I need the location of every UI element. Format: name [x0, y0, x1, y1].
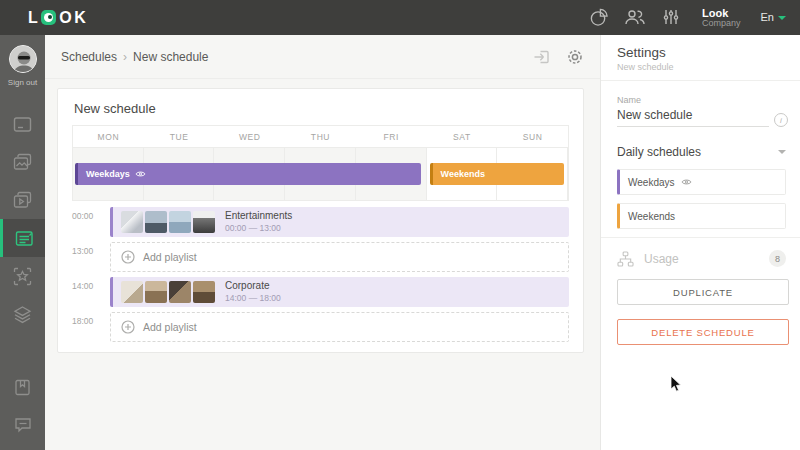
time-label: 00:00 [72, 207, 110, 237]
playlist-time-range: 14:00 — 18:00 [225, 293, 281, 304]
daily-schedule-weekends[interactable]: Weekends [617, 203, 786, 229]
usage-section[interactable]: Usage 8 [601, 238, 800, 271]
settings-subtitle: New schedule [617, 62, 784, 72]
duplicate-button[interactable]: DUPLICATE [617, 279, 789, 305]
sidebar-item-playlists[interactable] [0, 181, 45, 219]
weekdays-bar-label: Weekdays [86, 169, 130, 179]
playlist-corporate[interactable]: Corporate 14:00 — 18:00 [110, 277, 569, 307]
knowledge-base-icon[interactable] [0, 368, 45, 406]
logo-letter: O [59, 9, 72, 27]
plus-circle-icon [121, 320, 135, 334]
breadcrumb-current: New schedule [133, 50, 208, 64]
sign-out-label[interactable]: Sign out [8, 78, 37, 87]
gear-icon[interactable] [566, 48, 584, 66]
export-schedule-icon[interactable] [533, 48, 551, 66]
time-label: 13:00 [72, 242, 110, 272]
add-playlist-button[interactable]: Add playlist [110, 242, 569, 272]
weekends-bar[interactable]: Weekends [430, 163, 564, 185]
playlist-thumbnails [121, 281, 215, 303]
name-field-label: Name [617, 95, 786, 105]
week-day-header: MON TUE WED THU FRI SAT SUN [73, 126, 568, 148]
playlist-time-range: 00:00 — 13:00 [225, 223, 292, 234]
add-playlist-label: Add playlist [143, 251, 197, 263]
timeline-row: 18:00 Add playlist [72, 312, 569, 342]
schedule-title: New schedule [74, 101, 569, 116]
sitemap-icon [617, 251, 634, 267]
week-view: MON TUE WED THU FRI SAT SUN Weekdays [72, 125, 569, 201]
day-label: SAT [427, 126, 498, 147]
top-bar: L O K Look Company [0, 0, 800, 35]
support-chat-icon[interactable] [0, 406, 45, 444]
timeline: 00:00 Entertainments 00:00 — 13:00 13:00 [72, 207, 569, 342]
analytics-pie-icon[interactable] [589, 8, 608, 27]
sidebar-item-schedules[interactable] [0, 219, 45, 257]
weekends-bar-label: Weekends [441, 169, 485, 179]
name-field-group: Name i [601, 81, 800, 127]
playlist-name: Entertainments [225, 210, 292, 223]
add-playlist-label: Add playlist [143, 321, 197, 333]
account-type: Company [702, 19, 741, 29]
sidebar-item-layers[interactable] [0, 295, 45, 333]
day-label: WED [214, 126, 285, 147]
day-label: THU [285, 126, 356, 147]
day-label: TUE [144, 126, 215, 147]
info-icon[interactable]: i [774, 113, 788, 127]
day-label: SUN [497, 126, 568, 147]
sidebar-item-apps[interactable] [0, 257, 45, 295]
daily-schedules-section[interactable]: Daily schedules [601, 127, 800, 159]
daily-schedule-weekdays[interactable]: Weekdays [617, 169, 786, 195]
playlist-name: Corporate [225, 280, 281, 293]
delete-schedule-button[interactable]: DELETE SCHEDULE [617, 319, 789, 345]
logo-eye-icon [41, 10, 56, 25]
usage-label: Usage [644, 252, 679, 266]
weekdays-bar[interactable]: Weekdays [75, 163, 421, 185]
avatar[interactable] [9, 45, 37, 73]
language-selector[interactable]: En [761, 11, 786, 23]
timeline-row: 14:00 Corporate 14:00 — 18:00 [72, 277, 569, 307]
playlist-entertainments[interactable]: Entertainments 00:00 — 13:00 [110, 207, 569, 237]
users-icon[interactable] [624, 8, 646, 26]
plus-circle-icon [121, 250, 135, 264]
left-sidebar: Sign out [0, 35, 45, 450]
chevron-down-icon [778, 150, 786, 154]
timeline-row: 00:00 Entertainments 00:00 — 13:00 [72, 207, 569, 237]
chevron-down-icon [778, 16, 786, 20]
name-input[interactable] [617, 105, 769, 127]
timeline-row: 13:00 Add playlist [72, 242, 569, 272]
week-grid[interactable]: Weekdays Weekends [73, 148, 568, 200]
logo-letter: K [74, 9, 86, 27]
daily-schedules-list: Weekdays Weekends [601, 159, 800, 229]
usage-count-badge: 8 [769, 250, 786, 267]
daily-schedule-label: Weekdays [628, 177, 675, 188]
day-label: MON [73, 126, 144, 147]
time-label: 18:00 [72, 312, 110, 342]
day-label: FRI [356, 126, 427, 147]
look-logo[interactable]: L O K [28, 9, 86, 27]
settings-title: Settings [617, 45, 784, 60]
settings-header: Settings New schedule [601, 35, 800, 81]
language-label: En [761, 11, 774, 23]
logo-letter: L [28, 9, 38, 27]
add-playlist-button[interactable]: Add playlist [110, 312, 569, 342]
account-menu[interactable]: Look Company [702, 7, 741, 29]
breadcrumb: Schedules › New schedule [45, 35, 600, 79]
schedule-card: New schedule MON TUE WED THU FRI SAT SUN [57, 88, 584, 353]
eye-icon [135, 170, 146, 178]
settings-sliders-icon[interactable] [662, 8, 680, 26]
breadcrumb-schedules[interactable]: Schedules [61, 50, 117, 64]
daily-schedules-label: Daily schedules [617, 145, 701, 159]
daily-schedule-label: Weekends [628, 211, 675, 222]
playlist-thumbnails [121, 211, 215, 233]
sidebar-item-media[interactable] [0, 143, 45, 181]
main-area: Schedules › New schedule New schedule MO… [45, 35, 600, 450]
time-label: 14:00 [72, 277, 110, 307]
eye-icon [681, 178, 692, 186]
settings-panel: Settings New schedule Name i Daily sched… [600, 35, 800, 450]
account-name: Look [702, 7, 741, 19]
breadcrumb-separator: › [123, 50, 127, 64]
sidebar-item-screens[interactable] [0, 105, 45, 143]
